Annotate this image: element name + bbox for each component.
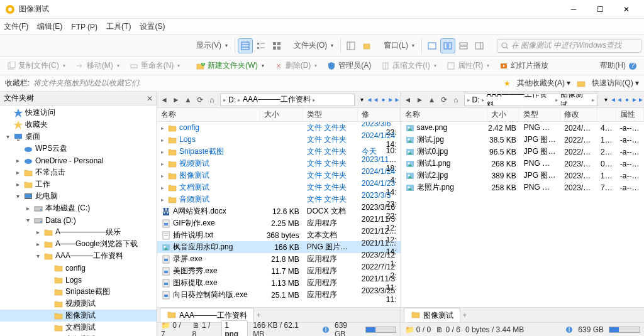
filefolder-menu[interactable]: 文件夹(O)▾ — [289, 38, 338, 53]
col-header[interactable]: 修改 — [560, 108, 597, 121]
file-list[interactable]: save.png2.42 MBPNG 图片文件2024/1/244:00-a--… — [401, 122, 645, 307]
other-favorites[interactable]: 其他收藏夹(A) ▾ — [517, 78, 570, 89]
tree-item[interactable]: 图像测试 — [0, 310, 157, 322]
file-row[interactable]: 测试2.jpg389 KBJPG 图片文件2023/3/918:17-a----… — [401, 170, 645, 182]
pane-alt2-icon[interactable] — [472, 38, 487, 53]
crumb-seg[interactable]: D: — [226, 95, 238, 104]
pin2-icon[interactable]: ● — [379, 94, 389, 106]
rename-button[interactable]: 重命名(N)▾ — [125, 58, 185, 73]
move-button[interactable]: 移动(M)▾ — [71, 58, 124, 73]
props-button[interactable]: 属性(R)▾ — [442, 58, 494, 73]
favorites-bar[interactable]: 收藏栏: 将文件夹拖放到此处以收藏它们. ★ 其他收藏夹(A) ▾ 快速访问(Q… — [0, 75, 644, 92]
file-row[interactable]: 测试.jpg38.5 KBJPG 图片文件2022/11/2213:03-a--… — [401, 134, 645, 146]
pane-alt1-icon[interactable] — [456, 38, 471, 53]
pin3-icon[interactable]: ►► — [633, 94, 643, 106]
search-input[interactable]: 在 图像测试 中进行Windows查找 — [497, 39, 641, 53]
back-icon[interactable]: ◄ — [402, 94, 414, 106]
tree-item[interactable]: ▸不常点击 — [0, 166, 157, 178]
tree-item[interactable]: ▾Data (D:) — [0, 214, 157, 226]
col-header[interactable]: 类型 — [519, 108, 560, 121]
help-button[interactable]: 帮助(H)? — [596, 58, 641, 73]
tree-item[interactable]: ▾此电脑 — [0, 190, 157, 202]
menu-item[interactable]: 编辑(E) — [37, 21, 62, 32]
tree-item[interactable]: 视频测试 — [0, 298, 157, 310]
tree-item[interactable]: Snipaste截图 — [0, 286, 157, 298]
close-button[interactable]: ✕ — [614, 1, 639, 18]
window-menu[interactable]: 窗口(L)▾ — [379, 38, 419, 53]
crumb-seg[interactable]: D: — [470, 95, 482, 104]
menu-item[interactable]: 设置(S) — [140, 21, 165, 32]
up-icon[interactable]: ▲ — [426, 94, 438, 106]
expand-icon[interactable]: ▸ — [34, 241, 42, 247]
dropdown-icon[interactable]: ▾ — [601, 94, 611, 106]
tree-item[interactable]: config — [0, 262, 157, 274]
pin3-icon[interactable]: ►► — [389, 94, 399, 106]
compress-button[interactable]: 压缩文件(I)▾ — [377, 58, 440, 73]
expand-icon[interactable]: ▾ — [14, 193, 21, 200]
up-icon[interactable]: ▲ — [182, 94, 194, 106]
crumb-seg[interactable]: AAA———工作资料 — [241, 94, 313, 105]
display-menu[interactable]: 显示(V)▾ — [192, 38, 232, 53]
pin-icon[interactable]: ◄◄ — [368, 94, 378, 106]
refresh-icon[interactable]: ⟳ — [194, 94, 206, 106]
breadcrumb[interactable]: ▸D:▸AAA———工作资料▸ — [220, 94, 355, 106]
file-row[interactable]: 老照片.png258 KBPNG 图片文件2023/8/97:53-a-----… — [401, 182, 645, 193]
col-header[interactable]: 大小 — [487, 108, 519, 121]
tree-item[interactable]: 文档测试 — [0, 322, 157, 333]
add-tab-icon[interactable]: + — [463, 311, 467, 320]
column-header[interactable]: 名称大小类型修 — [157, 108, 401, 122]
column-header[interactable]: 名称大小类型修改属性 — [401, 108, 645, 122]
back-icon[interactable]: ◄ — [158, 94, 170, 106]
tree-item[interactable]: ▾AAA———工作资料 — [0, 250, 157, 262]
pin2-icon[interactable]: ● — [622, 94, 632, 106]
delete-button[interactable]: 删除(D)▾ — [270, 58, 322, 73]
tree-item[interactable]: ▸本地磁盘 (C:) — [0, 202, 157, 214]
forward-icon[interactable]: ► — [170, 94, 182, 106]
pane-single-icon[interactable] — [425, 38, 440, 53]
home-icon[interactable]: ⌂ — [450, 94, 462, 106]
pin-icon[interactable]: ◄◄ — [611, 94, 621, 106]
file-row[interactable]: save.png2.42 MBPNG 图片文件2024/1/244:00-a--… — [401, 122, 645, 134]
folder-options-icon[interactable] — [359, 38, 374, 53]
expand-icon[interactable]: ▸ — [34, 229, 42, 236]
minimize-button[interactable]: ─ — [561, 1, 586, 18]
col-header[interactable]: 属性 — [616, 108, 644, 121]
col-header[interactable]: 类型 — [303, 108, 358, 121]
breadcrumb[interactable]: ▸D:▸AAA———工作资料▸图像测试▸ — [464, 94, 599, 106]
copy-button[interactable]: 复制文件(C)▾ — [3, 58, 70, 73]
newfolder-button[interactable]: +新建文件夹(W)▾ — [192, 58, 268, 73]
tree-item[interactable]: ▸工作 — [0, 178, 157, 190]
file-list[interactable]: ▸config文件 文件夹2023/3/6 23:▸Logs文件 文件夹2024… — [157, 122, 401, 307]
expand-icon[interactable]: ▾ — [24, 217, 31, 224]
col-header[interactable]: 名称 — [157, 108, 260, 121]
tree-item[interactable]: 音频测试 — [0, 333, 157, 336]
tree-item[interactable]: Logs — [0, 274, 157, 286]
dropdown-icon[interactable]: ▾ — [357, 94, 367, 106]
tree-item[interactable]: 收藏夹 — [0, 119, 157, 131]
menu-item[interactable]: FTP (P) — [71, 23, 97, 31]
tree-item[interactable]: ▸OneDrive - Personal — [0, 154, 157, 166]
quick-access[interactable]: 快速访问(Q) ▾ — [592, 78, 639, 89]
close-tree-icon[interactable]: ✕ — [147, 94, 153, 103]
col-header[interactable]: 修 — [358, 108, 401, 121]
add-tab-icon[interactable]: + — [257, 311, 261, 320]
tab[interactable]: 图像测试 — [404, 308, 460, 323]
refresh-icon[interactable]: ⟳ — [438, 94, 450, 106]
pane-dual-icon[interactable] — [440, 38, 455, 53]
expand-icon[interactable]: ▸ — [14, 181, 21, 188]
layout-details-icon[interactable] — [238, 38, 253, 53]
tree-item[interactable]: ▸A——Google浏览器下载 — [0, 238, 157, 250]
layout-list-icon[interactable] — [253, 38, 269, 53]
admin-button[interactable]: 管理员(A) — [323, 58, 375, 73]
menu-item[interactable]: 文件(F) — [4, 21, 28, 32]
expand-icon[interactable]: ▸ — [14, 169, 21, 176]
tree-item[interactable]: 快速访问 — [0, 107, 157, 119]
expand-icon[interactable]: ▸ — [24, 205, 31, 212]
maximize-button[interactable]: ☐ — [587, 1, 613, 18]
expand-icon[interactable]: ▸ — [14, 157, 21, 164]
filter-badge[interactable]: 1 png — [221, 320, 248, 337]
expand-icon[interactable]: ▾ — [4, 133, 11, 140]
tree-item[interactable]: ▾桌面 — [0, 131, 157, 143]
file-row[interactable]: 测试1.png268 KBPNG 图片文件2023/2/80:37-a-----… — [401, 158, 645, 170]
folder-tree[interactable]: 快速访问收藏夹▾桌面WPS云盘▸OneDrive - Personal▸不常点击… — [0, 106, 157, 336]
